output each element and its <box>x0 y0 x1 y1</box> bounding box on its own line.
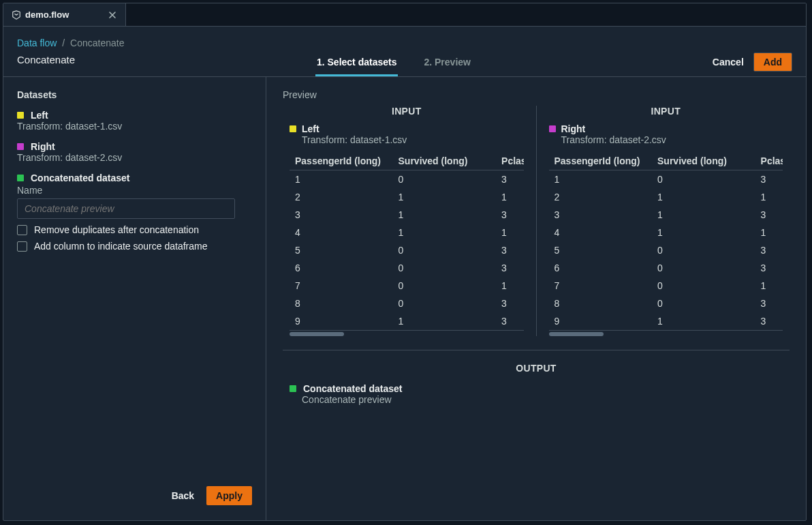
table-row: 103 <box>549 170 783 189</box>
breadcrumb-current: Concatenate <box>70 38 124 48</box>
table-row: 211 <box>549 188 783 206</box>
output-label: Concatenated dataset <box>303 383 402 394</box>
table-cell: 8 <box>290 295 393 312</box>
input-heading-left: INPUT <box>290 106 524 117</box>
table-cell: 3 <box>755 259 783 277</box>
table-cell: 1 <box>652 188 755 206</box>
table-cell: 3 <box>496 259 523 277</box>
col-passengerid[interactable]: PassengerId (long) <box>549 152 653 170</box>
breadcrumb-root[interactable]: Data flow <box>17 38 57 48</box>
left-swatch-icon <box>17 112 24 119</box>
close-icon[interactable] <box>108 10 117 20</box>
horizontal-scrollbar[interactable] <box>290 332 524 336</box>
table-cell: 1 <box>393 188 497 206</box>
apply-button[interactable]: Apply <box>206 486 252 505</box>
table-row: 701 <box>549 277 783 295</box>
right-swatch-icon <box>17 143 24 150</box>
table-cell: 3 <box>496 241 523 259</box>
add-column-row[interactable]: Add column to indicate source dataframe <box>17 241 252 252</box>
table-cell: 7 <box>290 277 393 295</box>
remove-duplicates-row[interactable]: Remove duplicates after concatenation <box>17 224 252 235</box>
input-panel-right: INPUT Right Transform: dataset-2.csv Pas… <box>537 106 790 336</box>
table-header-row: PassengerId (long) Survived (long) Pclas… <box>290 152 524 170</box>
dataset-right-label: Right <box>31 141 55 152</box>
table-cell: 1 <box>393 224 497 241</box>
dataset-left-label: Left <box>31 110 48 121</box>
table-row: 913 <box>549 312 783 331</box>
table-cell: 1 <box>755 224 783 241</box>
table-header-row: PassengerId (long) Survived (long) Pclas… <box>549 152 783 170</box>
add-column-checkbox[interactable] <box>17 241 27 252</box>
tab-select-datasets[interactable]: 1. Select datasets <box>315 52 399 76</box>
table-cell: 0 <box>393 295 497 312</box>
table-cell: 0 <box>652 259 755 277</box>
concat-name-label: Name <box>17 185 252 196</box>
table-cell: 0 <box>393 259 497 277</box>
table-cell: 6 <box>290 259 393 277</box>
table-cell: 2 <box>290 188 393 206</box>
col-pclass[interactable]: Pclass <box>496 152 523 170</box>
table-cell: 3 <box>755 170 783 189</box>
table-cell: 1 <box>652 206 755 224</box>
table-cell: 1 <box>755 188 783 206</box>
app-logo-icon <box>12 10 21 20</box>
scrollbar-thumb[interactable] <box>549 332 604 336</box>
table-cell: 1 <box>755 277 783 295</box>
input-heading-right: INPUT <box>549 106 783 117</box>
back-button[interactable]: Back <box>172 490 194 501</box>
table-cell: 5 <box>549 241 653 259</box>
table-row: 503 <box>290 241 524 259</box>
table-cell: 0 <box>652 295 755 312</box>
col-survived[interactable]: Survived (long) <box>652 152 755 170</box>
table-cell: 9 <box>549 312 653 331</box>
add-button[interactable]: Add <box>753 52 792 72</box>
table-cell: 3 <box>496 312 523 331</box>
right-panel-transform: Transform: dataset-2.csv <box>549 134 783 145</box>
table-cell: 3 <box>496 170 523 189</box>
tab-bar: demo.flow <box>3 3 806 27</box>
table-cell: 3 <box>496 295 523 312</box>
table-row: 313 <box>290 206 524 224</box>
table-cell: 3 <box>290 206 393 224</box>
table-cell: 0 <box>393 241 497 259</box>
table-cell: 3 <box>755 206 783 224</box>
add-column-label: Add column to indicate source dataframe <box>34 241 207 252</box>
left-panel-transform: Transform: dataset-1.csv <box>290 134 524 145</box>
table-row: 803 <box>549 295 783 312</box>
table-cell: 1 <box>393 312 497 331</box>
col-pclass[interactable]: Pclass <box>755 152 783 170</box>
cancel-button[interactable]: Cancel <box>713 57 744 68</box>
table-cell: 2 <box>549 188 653 206</box>
right-panel-label: Right <box>561 123 586 134</box>
table-cell: 8 <box>549 295 653 312</box>
remove-duplicates-checkbox[interactable] <box>17 225 27 235</box>
table-cell: 1 <box>652 312 755 331</box>
table-cell: 1 <box>393 206 497 224</box>
breadcrumb: Data flow / Concatenate <box>17 38 792 48</box>
tab-preview[interactable]: 2. Preview <box>422 52 472 76</box>
table-cell: 1 <box>290 170 393 189</box>
output-section: OUTPUT Concatenated dataset Concatenate … <box>283 350 790 405</box>
horizontal-scrollbar[interactable] <box>549 332 783 336</box>
file-tab[interactable]: demo.flow <box>3 3 126 26</box>
table-cell: 3 <box>496 206 523 224</box>
col-survived[interactable]: Survived (long) <box>393 152 497 170</box>
dataset-concat: Concatenated dataset Name Remove duplica… <box>17 172 252 252</box>
concat-name-input[interactable] <box>17 198 235 219</box>
concat-swatch-icon <box>17 175 24 181</box>
scrollbar-thumb[interactable] <box>290 332 344 336</box>
table-cell: 1 <box>496 224 523 241</box>
remove-duplicates-label: Remove duplicates after concatenation <box>34 224 199 235</box>
input-panel-left: INPUT Left Transform: dataset-1.csv Pass… <box>283 106 537 336</box>
table-cell: 0 <box>652 170 755 189</box>
col-passengerid[interactable]: PassengerId (long) <box>290 152 393 170</box>
table-cell: 7 <box>549 277 653 295</box>
table-cell: 3 <box>549 206 653 224</box>
table-cell: 1 <box>549 170 653 189</box>
table-row: 211 <box>290 188 524 206</box>
output-swatch-icon <box>290 385 296 392</box>
table-cell: 1 <box>652 224 755 241</box>
preview-heading: Preview <box>283 89 790 100</box>
right-panel-swatch-icon <box>549 125 556 132</box>
table-row: 603 <box>549 259 783 277</box>
